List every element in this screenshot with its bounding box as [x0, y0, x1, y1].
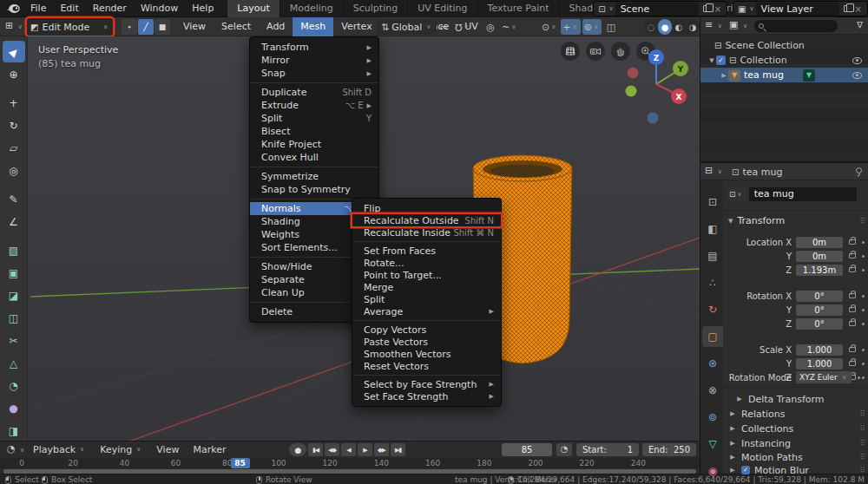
workspace-tab-uv-editing[interactable]: UV Editing [408, 0, 477, 17]
expand-icon[interactable]: ▶ [720, 72, 728, 79]
animate-dot-icon[interactable] [858, 376, 860, 379]
object-type-dropdown[interactable]: ⊡ ∨ [727, 187, 746, 201]
outliner-row-tea-mug[interactable]: ▶ ▼ tea mug ▼ [700, 68, 868, 82]
gizmo-x-neg[interactable] [628, 68, 639, 79]
proportional-editing-icon[interactable]: ◎ [483, 19, 498, 35]
properties-tab-tool[interactable]: ⊡ [702, 192, 723, 213]
loop-cut-tool[interactable]: ◫ [3, 307, 25, 329]
normals-menu-item-select-by-face-strength[interactable]: Select by Face Strength▶ [352, 378, 501, 390]
grip-icon[interactable]: ⠿ [859, 453, 865, 461]
section-checkbox[interactable]: ✓ [741, 466, 750, 474]
section-delta-transform[interactable]: ▶Delta Transform [723, 392, 868, 406]
proportional-falloff-icon[interactable]: ~∨ [500, 19, 519, 35]
rotate-tool[interactable]: ↻ [3, 114, 25, 136]
mesh-menu-item-snap-to-symmetry[interactable]: Snap to Symmetry [250, 183, 378, 196]
grip-icon[interactable]: ⠿ [859, 439, 865, 448]
solid-shading-icon[interactable]: ● [658, 19, 672, 35]
normals-menu-item-average[interactable]: Average▶ [352, 305, 501, 317]
outliner-editor-icon[interactable]: ≡ ∨ [705, 19, 724, 30]
outliner-row-scene-collection[interactable]: ⊟ Scene Collection [700, 38, 868, 53]
transform-panel-header[interactable]: ▼ Transform [728, 215, 785, 226]
toggle-xray-icon[interactable]: ◫ [603, 19, 619, 35]
extrude-region-tool[interactable]: ▧ [3, 239, 25, 261]
normals-menu-item-reset-vectors[interactable]: Reset Vectors [352, 360, 501, 372]
transform-orientation-dropdown[interactable]: ⇅ Global ∨ [377, 19, 437, 35]
properties-tab-material[interactable]: ◉ [702, 461, 723, 481]
normals-menu-item-recalculate-inside[interactable]: Recalculate InsideShift ⌘ N [352, 226, 501, 239]
value-field[interactable]: 0° [796, 304, 843, 316]
lock-icon[interactable] [849, 293, 856, 298]
view-layer-name[interactable]: View Layer [756, 3, 839, 16]
value-field[interactable]: 1.000 [796, 344, 843, 356]
filter-icon[interactable]: ∇ [857, 20, 863, 29]
scene-selector[interactable]: ⊡∨ Scene × [593, 1, 727, 16]
grip-icon[interactable]: ⠿ [859, 424, 865, 433]
rotation-mode-dropdown[interactable]: XYZ Euler ∨ [796, 371, 852, 383]
properties-tab-object-data[interactable]: ▽ [702, 434, 723, 455]
outliner-search-input[interactable] [754, 20, 838, 32]
play-button[interactable]: ▶ [358, 443, 372, 456]
properties-tab-render[interactable]: ◧ [702, 219, 723, 239]
section-relations[interactable]: ▶Relations⠿ [723, 407, 868, 421]
value-field[interactable]: 0° [796, 318, 843, 330]
material-preview-shading-icon[interactable]: ◐ [672, 19, 686, 35]
normals-menu-item-set-face-strength[interactable]: Set Face Strength▶ [352, 390, 501, 402]
edge-slide-tool[interactable]: ◨ [3, 420, 25, 441]
expand-icon[interactable]: ▼ [707, 57, 716, 64]
scene-name[interactable]: Scene [615, 3, 699, 16]
blender-logo-icon[interactable] [6, 3, 20, 14]
animate-dot-icon[interactable] [862, 269, 865, 271]
gizmo-z-neg[interactable] [648, 113, 659, 124]
previous-keyframe-button[interactable]: ◀◆ [325, 443, 339, 456]
viewport-menu-select[interactable]: Select [214, 17, 259, 36]
spin-tool[interactable]: ◔ [3, 375, 25, 396]
properties-tab-modifiers[interactable]: ⊛ [702, 353, 723, 374]
workspace-tab-modeling[interactable]: Modeling [280, 0, 344, 17]
frame-start-field[interactable]: Start: 1 [576, 443, 639, 456]
smooth-tool[interactable]: ● [3, 397, 25, 419]
current-frame-field[interactable]: 85 [502, 443, 552, 456]
object-name-field[interactable]: tea mug [749, 187, 857, 201]
value-field[interactable]: 1.193m [796, 265, 843, 276]
grip-icon[interactable]: ⠿ [859, 466, 865, 474]
properties-tab-physics[interactable]: ↻ [702, 299, 723, 320]
topbar-menu-window[interactable]: Window [134, 0, 185, 17]
gizmo-y-neg[interactable] [626, 86, 637, 97]
lock-icon[interactable] [849, 239, 856, 245]
annotate-tool[interactable]: ✎ [3, 188, 25, 210]
show-overlays-icon[interactable]: ⊚∨ [582, 19, 602, 35]
viewport-menu-vertex[interactable]: Vertex [333, 17, 379, 36]
viewport-3d[interactable]: ▶⊕+↻▱◎✎∠▧▣◪◫✂△◔●◨ User Perspective (85) … [0, 36, 700, 441]
mesh-menu-item-knife-project[interactable]: Knife Project [250, 138, 378, 151]
display-mode-icon[interactable]: ▣ ∨ [729, 19, 749, 30]
eye-icon[interactable] [852, 57, 862, 64]
snap-magnet-icon[interactable]: Ω∨ [453, 19, 472, 35]
pin-icon[interactable] [856, 167, 862, 173]
properties-tab-world[interactable]: ⊚ [702, 407, 723, 428]
mesh-menu-item-mirror[interactable]: Mirror▶ [250, 54, 378, 67]
new-view-layer-icon[interactable] [844, 5, 850, 12]
normals-menu-item-flip[interactable]: Flip [352, 202, 501, 214]
timeline-menu-playback[interactable]: Playback∨ [26, 441, 93, 458]
properties-tab-particles[interactable]: ∴ [702, 272, 723, 293]
knife-tool[interactable]: ✂ [3, 330, 25, 351]
animate-dot-icon[interactable] [862, 241, 865, 244]
object-type-visibility-icon[interactable]: ⊙∨ [540, 19, 559, 35]
normals-menu-item-smoothen-vectors[interactable]: Smoothen Vectors [352, 348, 501, 360]
section-collections[interactable]: ▶Collections⠿ [723, 422, 868, 435]
normals-menu-item-set-from-faces[interactable]: Set From Faces [352, 245, 501, 257]
topbar-menu-edit[interactable]: Edit [53, 0, 85, 17]
new-scene-icon[interactable] [703, 5, 709, 12]
animate-dot-icon[interactable] [862, 255, 865, 258]
animate-dot-icon[interactable] [862, 323, 865, 325]
animate-dot-icon[interactable] [862, 349, 865, 351]
tweak-select-tool[interactable]: ▶ [3, 41, 25, 62]
properties-editor-icon[interactable]: ⊟ ∨ [705, 165, 724, 176]
value-field[interactable]: 1.000 [796, 358, 843, 370]
topbar-menu-help[interactable]: Help [185, 0, 220, 17]
lock-icon[interactable] [849, 253, 856, 258]
normals-menu-item-recalculate-outside[interactable]: Recalculate OutsideShift N [352, 214, 501, 226]
section-motion-paths[interactable]: ▶Motion Paths⠿ [723, 450, 868, 464]
normals-menu-item-point-to-target[interactable]: Point to Target... [352, 269, 501, 281]
edge-select-button[interactable]: ╱ [138, 19, 154, 35]
